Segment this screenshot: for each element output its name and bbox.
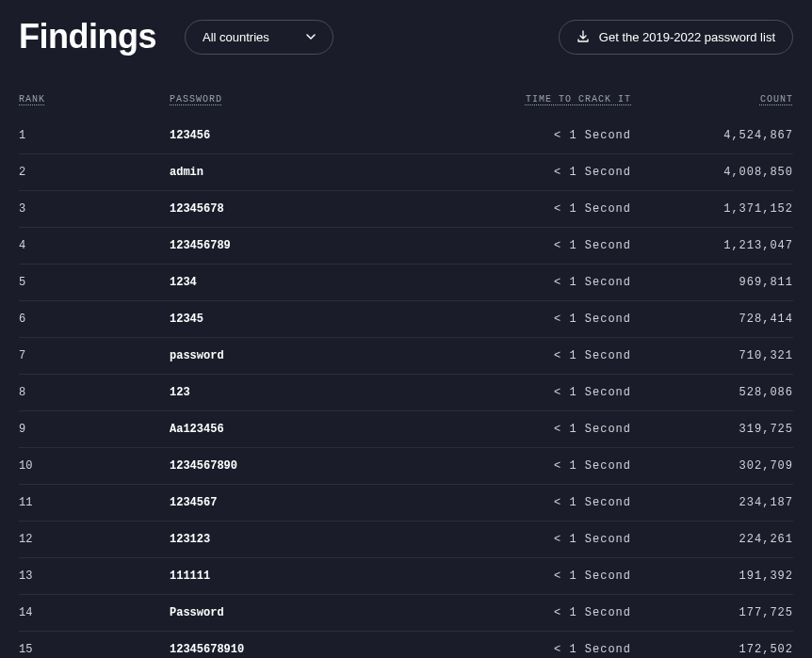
cell-rank: 9 [19, 423, 170, 436]
cell-count: 172,502 [631, 643, 793, 656]
cell-count: 4,524,867 [631, 129, 793, 142]
cell-count: 302,709 [631, 459, 793, 473]
table-row: 111234567< 1 Second234,187 [19, 485, 793, 522]
cell-time: < 1 Second [480, 423, 631, 436]
cell-time: < 1 Second [480, 570, 631, 583]
cell-time: < 1 Second [480, 349, 631, 362]
header-rank[interactable]: RANK [19, 94, 170, 104]
cell-time: < 1 Second [480, 386, 631, 399]
table-body: 1123456< 1 Second4,524,8672admin< 1 Seco… [19, 118, 793, 658]
cell-rank: 15 [19, 643, 170, 656]
findings-table: RANK PASSWORD TIME TO CRACK IT COUNT 112… [0, 75, 812, 658]
table-row: 9Aa123456< 1 Second319,725 [19, 411, 793, 448]
cell-password: Password [170, 606, 480, 619]
cell-time: < 1 Second [480, 276, 631, 289]
cell-password: 12345678 [170, 202, 480, 216]
cell-password: 12345678910 [170, 643, 480, 656]
cell-rank: 14 [19, 606, 170, 619]
dropdown-label: All countries [203, 30, 269, 44]
cell-rank: 10 [19, 459, 170, 473]
cell-count: 319,725 [631, 423, 793, 436]
cell-password: password [170, 349, 480, 362]
cell-password: Aa123456 [170, 423, 480, 436]
cell-password: 12345 [170, 313, 480, 326]
cell-rank: 11 [19, 496, 170, 509]
cell-count: 710,321 [631, 349, 793, 362]
cell-count: 4,008,850 [631, 166, 793, 179]
cell-time: < 1 Second [480, 166, 631, 179]
table-row: 8123< 1 Second528,086 [19, 375, 793, 411]
cell-count: 728,414 [631, 313, 793, 326]
cell-rank: 5 [19, 276, 170, 289]
chevron-down-icon [306, 34, 316, 40]
cell-password: 1234 [170, 276, 480, 289]
cell-password: 111111 [170, 570, 480, 583]
cell-rank: 2 [19, 166, 170, 179]
page-header: Findings All countries Get the 2019-2022… [0, 0, 812, 75]
cell-rank: 1 [19, 129, 170, 142]
cell-count: 224,261 [631, 533, 793, 546]
country-dropdown[interactable]: All countries [185, 20, 333, 55]
cell-time: < 1 Second [480, 239, 631, 252]
table-row: 4123456789< 1 Second1,213,047 [19, 228, 793, 265]
cell-count: 177,725 [631, 606, 793, 619]
cell-time: < 1 Second [480, 129, 631, 142]
cell-password: 123123 [170, 533, 480, 546]
cell-time: < 1 Second [480, 533, 631, 546]
cell-rank: 13 [19, 570, 170, 583]
table-row: 13111111< 1 Second191,392 [19, 558, 793, 595]
get-password-list-button[interactable]: Get the 2019-2022 password list [559, 20, 793, 55]
table-row: 1512345678910< 1 Second172,502 [19, 632, 793, 658]
table-row: 7password< 1 Second710,321 [19, 338, 793, 375]
header-password[interactable]: PASSWORD [170, 94, 480, 104]
cell-count: 191,392 [631, 570, 793, 583]
cell-password: 123 [170, 386, 480, 399]
cell-count: 234,187 [631, 496, 793, 509]
cell-password: 1234567 [170, 496, 480, 509]
cell-rank: 8 [19, 386, 170, 399]
cell-password: 123456 [170, 129, 480, 142]
cell-count: 1,371,152 [631, 202, 793, 216]
page-title: Findings [19, 17, 156, 56]
cell-rank: 6 [19, 313, 170, 326]
cell-rank: 4 [19, 239, 170, 252]
cell-time: < 1 Second [480, 202, 631, 216]
cell-password: 1234567890 [170, 459, 480, 473]
cell-rank: 12 [19, 533, 170, 546]
table-row: 12123123< 1 Second224,261 [19, 522, 793, 558]
cell-count: 1,213,047 [631, 239, 793, 252]
cell-time: < 1 Second [480, 643, 631, 656]
header-count[interactable]: COUNT [631, 94, 793, 104]
cta-label: Get the 2019-2022 password list [599, 30, 775, 44]
download-icon [577, 30, 590, 43]
cell-time: < 1 Second [480, 459, 631, 473]
cell-password: admin [170, 166, 480, 179]
cell-time: < 1 Second [480, 313, 631, 326]
table-row: 312345678< 1 Second1,371,152 [19, 191, 793, 228]
table-row: 612345< 1 Second728,414 [19, 301, 793, 338]
cell-rank: 7 [19, 349, 170, 362]
header-time[interactable]: TIME TO CRACK IT [480, 94, 631, 104]
cell-time: < 1 Second [480, 496, 631, 509]
table-row: 1123456< 1 Second4,524,867 [19, 118, 793, 154]
table-row: 51234< 1 Second969,811 [19, 265, 793, 301]
table-row: 101234567890< 1 Second302,709 [19, 448, 793, 485]
cell-count: 969,811 [631, 276, 793, 289]
cell-password: 123456789 [170, 239, 480, 252]
cell-rank: 3 [19, 202, 170, 216]
table-row: 14Password< 1 Second177,725 [19, 595, 793, 632]
cell-time: < 1 Second [480, 606, 631, 619]
table-header-row: RANK PASSWORD TIME TO CRACK IT COUNT [19, 75, 793, 118]
table-row: 2admin< 1 Second4,008,850 [19, 154, 793, 191]
cell-count: 528,086 [631, 386, 793, 399]
